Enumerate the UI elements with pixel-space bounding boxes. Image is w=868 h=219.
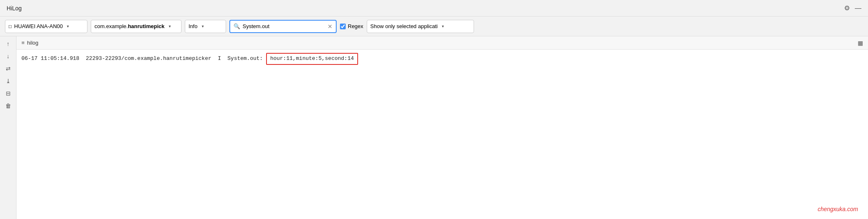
log-highlight: hour:11,minute:5,second:14 [266,53,358,65]
print-button[interactable]: ⊟ [2,88,14,99]
settings-icon[interactable]: ⚙ [844,4,850,12]
device-dropdown[interactable]: □ HUAWEI ANA-AN00 ▾ [5,20,87,33]
level-dropdown-value: Info [189,23,198,29]
title-bar-actions: ⚙ — [844,4,861,12]
regex-label[interactable]: Regex [340,23,363,29]
log-header: ≡ hilog ▦ [17,36,868,50]
device-chevron-icon: ▾ [67,24,69,29]
table-row: 06-17 11:05:14.918 22293-22293/com.examp… [21,53,863,65]
watermark: chengxuka.com [818,206,858,212]
search-icon: 🔍 [234,23,240,29]
clear-search-icon[interactable]: ✕ [328,23,333,30]
log-header-icon: ≡ [21,40,25,46]
main-area: ↑ ↓ ⇄ ⤓ ⊟ 🗑 ≡ hilog ▦ 06-17 11:05:14.918… [0,36,868,219]
minimize-icon[interactable]: — [855,5,861,12]
app-title: HiLog [7,5,22,12]
sidebar: ↑ ↓ ⇄ ⤓ ⊟ 🗑 [0,36,17,219]
regex-text: Regex [348,23,363,29]
log-panel-title: hilog [27,40,38,46]
scroll-to-end-button[interactable]: ⤓ [2,75,14,87]
log-content: 06-17 11:05:14.918 22293-22293/com.examp… [17,50,868,68]
show-dropdown[interactable]: Show only selected applicati ▾ [367,20,474,33]
log-header-title: ≡ hilog [21,40,38,46]
level-dropdown[interactable]: Info ▾ [185,20,226,33]
show-dropdown-value: Show only selected applicati [370,23,438,29]
device-dropdown-value: HUAWEI ANA-AN00 [14,23,63,29]
package-dropdown-value: com.example.hanrutimepick [94,23,165,29]
regex-checkbox[interactable] [340,24,346,29]
delete-button[interactable]: 🗑 [2,100,14,112]
title-bar: HiLog ⚙ — [0,0,868,17]
show-chevron-icon: ▾ [442,24,444,29]
package-dropdown[interactable]: com.example.hanrutimepick ▾ [91,20,182,33]
search-box: 🔍 ✕ [229,20,337,33]
log-text: 06-17 11:05:14.918 22293-22293/com.examp… [21,53,863,65]
toolbar: □ HUAWEI ANA-AN00 ▾ com.example.hanrutim… [0,17,868,36]
search-input[interactable] [243,23,325,29]
device-icon: □ [9,24,12,29]
level-chevron-icon: ▾ [202,24,204,29]
package-chevron-icon: ▾ [169,24,171,29]
scroll-up-button[interactable]: ↑ [2,38,14,50]
wrap-button[interactable]: ⇄ [2,63,14,74]
scroll-down-button[interactable]: ↓ [2,50,14,62]
log-columns-icon[interactable]: ▦ [858,40,863,46]
log-area: ≡ hilog ▦ 06-17 11:05:14.918 22293-22293… [17,36,868,219]
